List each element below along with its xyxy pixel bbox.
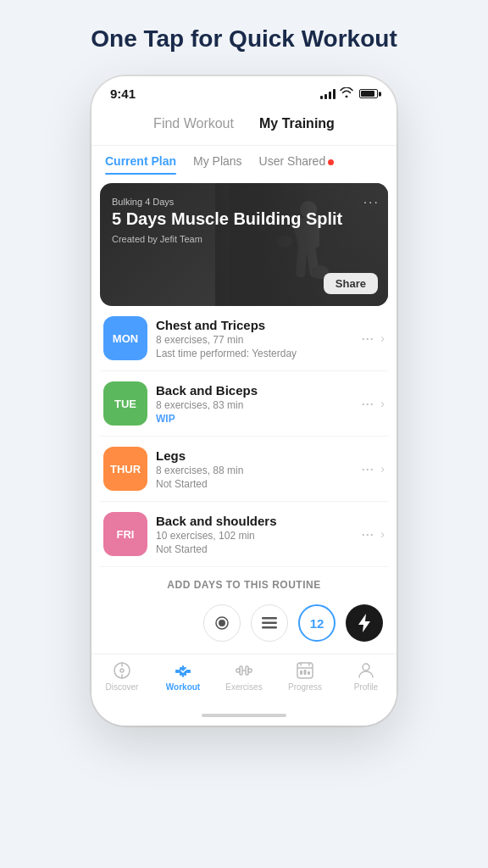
workout-status-tue: WIP	[156, 413, 349, 425]
workout-info-tue: Back and Biceps 8 exercises, 83 min WIP	[147, 383, 358, 425]
status-time: 9:41	[110, 86, 136, 101]
chevron-right-icon-tue: ›	[380, 397, 385, 410]
workout-more-fri[interactable]: ···	[358, 526, 377, 543]
chevron-right-icon-fri: ›	[380, 527, 385, 541]
nav-item-profile[interactable]: Profile	[342, 661, 390, 692]
svg-rect-32	[304, 670, 307, 675]
hero-share-button[interactable]: Share	[324, 273, 378, 294]
hero-more-button[interactable]: ...	[363, 192, 380, 207]
sub-tabs: Current Plan My Plans User Shared	[92, 146, 396, 175]
workout-name-mon: Chest and Triceps	[156, 318, 349, 332]
tab-user-shared[interactable]: User Shared	[259, 154, 335, 175]
workout-info-mon: Chest and Triceps 8 exercises, 77 min La…	[147, 318, 358, 359]
tab-my-plans[interactable]: My Plans	[193, 154, 242, 175]
day-badge-thur: THUR	[103, 447, 147, 491]
svg-rect-25	[248, 669, 252, 672]
wifi-icon	[340, 87, 353, 100]
fab-row: 12	[92, 599, 396, 654]
workout-status-thur: Not Started	[156, 478, 349, 490]
workout-item-thur[interactable]: THUR Legs 8 exercises, 88 min Not Starte…	[100, 437, 388, 502]
workout-item-fri[interactable]: FRI Back and shoulders 10 exercises, 102…	[100, 502, 388, 567]
nav-my-training[interactable]: My Training	[259, 114, 335, 133]
bottom-nav: Discover Workout	[92, 654, 396, 709]
workout-info-thur: Legs 8 exercises, 88 min Not Started	[147, 448, 358, 490]
list-icon	[262, 617, 277, 629]
nav-label-workout: Workout	[166, 682, 200, 692]
nav-find-workout[interactable]: Find Workout	[153, 114, 234, 133]
exercises-icon	[235, 661, 253, 680]
discover-icon	[113, 661, 131, 680]
workout-status-fri: Not Started	[156, 543, 349, 555]
chevron-right-icon-mon: ›	[380, 331, 385, 345]
nav-item-exercises[interactable]: Exercises	[220, 661, 268, 692]
workout-item-mon[interactable]: MON Chest and Triceps 8 exercises, 77 mi…	[100, 306, 388, 371]
svg-rect-21	[186, 670, 191, 673]
svg-rect-12	[262, 626, 277, 629]
svg-rect-31	[300, 670, 302, 675]
top-nav: Find Workout My Training	[92, 106, 396, 146]
profile-icon	[357, 661, 375, 680]
workout-name-thur: Legs	[156, 448, 349, 463]
page-wrapper: One Tap for Quick Workout 9:41	[0, 0, 488, 868]
status-icons	[320, 87, 378, 100]
workout-meta-thur: 8 exercises, 88 min	[156, 465, 349, 476]
record-icon	[214, 615, 230, 631]
hero-creator: Created by Jefit Team	[112, 234, 342, 244]
svg-rect-17	[175, 670, 180, 673]
svg-rect-10	[262, 617, 277, 620]
workout-status-mon: Last time performed: Yesterday	[156, 348, 349, 359]
lightning-button[interactable]	[346, 604, 383, 642]
workout-meta-mon: 8 exercises, 77 min	[156, 334, 349, 346]
battery-icon	[359, 89, 378, 98]
nav-item-progress[interactable]: Progress	[281, 661, 329, 692]
workout-info-fri: Back and shoulders 10 exercises, 102 min…	[147, 514, 358, 555]
workout-meta-fri: 10 exercises, 102 min	[156, 530, 349, 542]
hero-title: 5 Days Muscle Building Split	[112, 209, 342, 229]
workout-more-tue[interactable]: ···	[358, 395, 377, 413]
workout-meta-tue: 8 exercises, 83 min	[156, 399, 349, 411]
page-headline: One Tap for Quick Workout	[74, 25, 413, 53]
nav-label-discover: Discover	[106, 682, 139, 692]
progress-icon	[296, 661, 314, 680]
svg-point-14	[120, 669, 124, 672]
day-badge-mon: MON	[103, 316, 147, 360]
nav-label-progress: Progress	[288, 682, 322, 692]
list-button[interactable]	[251, 604, 288, 642]
badge-number-button[interactable]: 12	[298, 604, 336, 642]
hero-card[interactable]: Bulking 4 Days 5 Days Muscle Building Sp…	[100, 183, 388, 306]
workout-name-tue: Back and Biceps	[156, 383, 349, 398]
tab-current-plan[interactable]: Current Plan	[105, 154, 176, 175]
nav-label-profile: Profile	[354, 682, 378, 692]
workout-item-tue[interactable]: TUE Back and Biceps 8 exercises, 83 min …	[100, 371, 388, 437]
svg-point-34	[363, 664, 369, 670]
signal-icon	[320, 89, 336, 99]
hero-badge: Bulking 4 Days	[112, 197, 342, 207]
add-days-banner: ADD DAYS TO THIS ROUTINE	[92, 567, 396, 599]
day-badge-fri: FRI	[103, 512, 147, 556]
nav-label-exercises: Exercises	[225, 682, 262, 692]
nav-item-workout[interactable]: Workout	[159, 661, 207, 692]
workout-list: MON Chest and Triceps 8 exercises, 77 mi…	[92, 306, 396, 567]
record-button[interactable]	[203, 604, 241, 642]
svg-point-9	[219, 620, 225, 626]
home-indicator	[92, 709, 396, 726]
lightning-icon	[358, 614, 370, 632]
chevron-right-icon-thur: ›	[380, 462, 385, 476]
svg-rect-11	[262, 622, 277, 625]
day-badge-tue: TUE	[103, 381, 147, 426]
notification-dot	[328, 159, 334, 165]
svg-rect-33	[308, 671, 310, 675]
workout-icon	[174, 661, 192, 680]
workout-more-mon[interactable]: ···	[358, 330, 377, 348]
hero-content: Bulking 4 Days 5 Days Muscle Building Sp…	[100, 183, 354, 306]
svg-rect-23	[240, 666, 242, 675]
status-bar: 9:41	[92, 76, 396, 106]
phone-frame: 9:41	[92, 76, 396, 726]
workout-more-thur[interactable]: ···	[358, 460, 377, 478]
nav-item-discover[interactable]: Discover	[98, 661, 146, 692]
workout-name-fri: Back and shoulders	[156, 514, 349, 528]
home-bar	[202, 714, 286, 717]
